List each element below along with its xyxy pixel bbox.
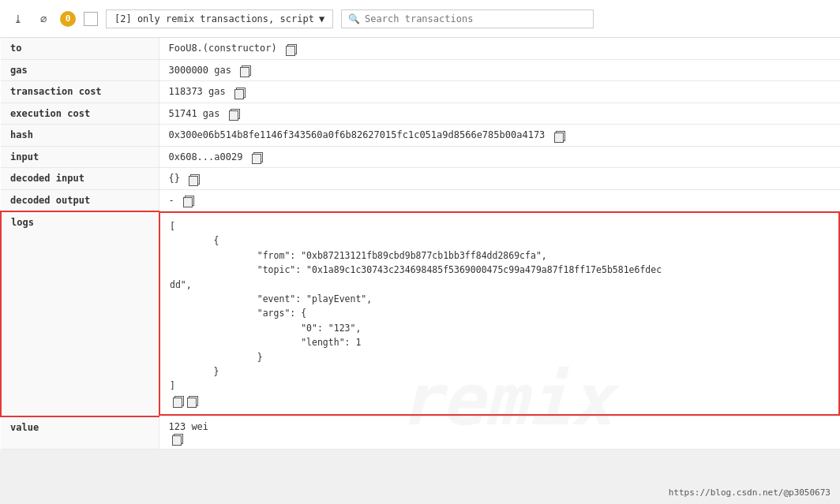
table-row: transaction cost 118373 gas (1, 81, 840, 103)
search-input[interactable] (365, 13, 587, 24)
table-row: gas 3000000 gas (1, 59, 840, 81)
table-row: hash 0x300e06b514b8fe1146f343560a0f6b826… (1, 125, 840, 147)
select-all-checkbox[interactable] (84, 12, 98, 26)
copy-icon[interactable] (234, 87, 246, 98)
row-value-to: FooU8.(constructor) (159, 38, 840, 59)
toolbar: ⤓ ⌀ 0 [2] only remix transactions, scrip… (0, 0, 840, 38)
copy-icon[interactable] (189, 174, 200, 185)
transaction-count-badge: 0 (60, 11, 76, 27)
copy-icon[interactable] (173, 395, 184, 406)
row-key-decoded-input: decoded input (1, 168, 159, 190)
search-icon: 🔍 (348, 13, 360, 24)
row-value-value: 123 wei (159, 416, 840, 450)
row-value-gas: 3000000 gas (159, 59, 840, 81)
copy-icon-2[interactable] (187, 395, 198, 406)
dropdown-arrow-icon: ▼ (319, 13, 324, 24)
transaction-filter-dropdown[interactable]: [2] only remix transactions, script ▼ (106, 9, 333, 28)
row-value-decoded-input: {} (159, 168, 840, 190)
copy-icon[interactable] (172, 433, 183, 444)
table-row: execution cost 51741 gas (1, 103, 840, 125)
table-row-value: value 123 wei (1, 416, 840, 450)
transaction-detail-panel: remix to FooU8.(constructor) gas 3000000… (0, 38, 840, 450)
search-box[interactable]: 🔍 (341, 9, 594, 28)
copy-icon[interactable] (554, 130, 565, 141)
table-row: decoded input {} (1, 168, 840, 190)
row-value-decoded-output: - (159, 189, 840, 211)
row-key-input: input (1, 146, 159, 168)
dropdown-label: [2] only remix transactions, script (114, 13, 314, 24)
row-key-value: value (1, 416, 159, 450)
row-value-hash: 0x300e06b514b8fe1146f343560a0f6b82627015… (159, 125, 840, 147)
copy-icon[interactable] (286, 43, 297, 54)
copy-icon[interactable] (252, 151, 263, 162)
row-key-to: to (1, 38, 159, 59)
row-value-execution-cost: 51741 gas (159, 103, 840, 125)
row-key-transaction-cost: transaction cost (1, 81, 159, 103)
row-key-execution-cost: execution cost (1, 103, 159, 125)
copy-icon[interactable] (229, 108, 240, 119)
row-value-input: 0x608...a0029 (159, 146, 840, 168)
table-row-logs: logs [ { "from": "0xb87213121fb89cbd9b87… (1, 211, 840, 416)
table-row: input 0x608...a0029 (1, 146, 840, 168)
row-value-logs: [ { "from": "0xb87213121fb89cbd9b877cb1b… (159, 211, 840, 416)
row-key-decoded-output: decoded output (1, 189, 159, 211)
row-key-gas: gas (1, 59, 159, 81)
row-key-hash: hash (1, 125, 159, 147)
row-key-logs: logs (1, 211, 159, 416)
row-value-transaction-cost: 118373 gas (159, 81, 840, 103)
copy-icon[interactable] (240, 65, 251, 76)
logs-content: [ { "from": "0xb87213121fb89cbd9b877cb1b… (159, 211, 840, 416)
copy-icon[interactable] (183, 195, 194, 206)
transaction-table: to FooU8.(constructor) gas 3000000 gas t… (0, 38, 840, 450)
table-row: to FooU8.(constructor) (1, 38, 840, 59)
cancel-icon[interactable]: ⌀ (35, 10, 52, 28)
table-row: decoded output - (1, 189, 840, 211)
chevron-down-icon[interactable]: ⤓ (9, 10, 27, 28)
